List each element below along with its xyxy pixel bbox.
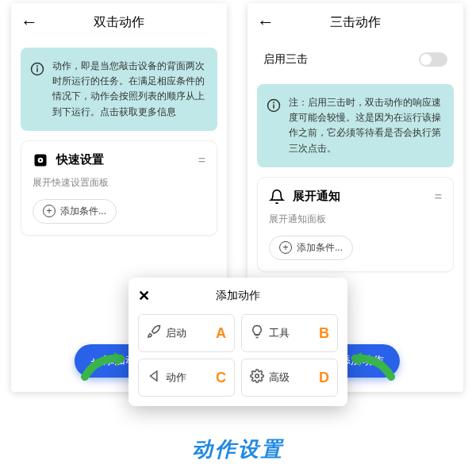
header: ← 双击动作 bbox=[11, 3, 227, 41]
rocket-icon bbox=[147, 324, 161, 342]
bell-icon bbox=[269, 189, 285, 205]
info-banner[interactable]: 动作，即是当您敲击设备的背面两次时所运行的任务。在满足相应条件的情况下，动作会按… bbox=[21, 48, 217, 131]
action-card[interactable]: 快速设置 = 展开快速设置面板 + 添加条件... bbox=[21, 140, 217, 236]
card-subtitle: 展开通知面板 bbox=[269, 213, 442, 226]
lightbulb-icon bbox=[250, 324, 264, 342]
add-condition-label: 添加条件... bbox=[60, 205, 106, 218]
dialog-title: 添加动作 bbox=[154, 289, 322, 303]
option-label: 高级 bbox=[269, 370, 290, 385]
arrow-left-icon bbox=[81, 349, 129, 381]
option-label: 动作 bbox=[166, 370, 186, 385]
settings-icon bbox=[33, 152, 48, 168]
dialog-option-tools[interactable]: 工具 B bbox=[241, 314, 338, 352]
toggle-row[interactable]: 启用三击 bbox=[248, 41, 463, 78]
info-text: 注：启用三击时，双击动作的响应速度可能会较慢。这是因为在运行该操作之前，它必须等… bbox=[289, 95, 444, 156]
gear-icon bbox=[250, 369, 264, 386]
option-label: 工具 bbox=[269, 326, 290, 340]
add-action-dialog: ✕ 添加动作 启动 A 工具 B 动作 C 高级 D bbox=[129, 278, 347, 406]
option-tag: B bbox=[319, 325, 329, 342]
back-button[interactable]: ← bbox=[21, 12, 40, 33]
dialog-option-actions[interactable]: 动作 C bbox=[138, 359, 235, 397]
add-condition-button[interactable]: + 添加条件... bbox=[33, 199, 117, 224]
footer-caption: 动作设置 bbox=[0, 435, 476, 463]
page-title: 三击动作 bbox=[276, 14, 435, 31]
close-button[interactable]: ✕ bbox=[138, 287, 154, 305]
page-title: 双击动作 bbox=[40, 14, 198, 31]
card-subtitle: 展开快速设置面板 bbox=[33, 176, 205, 190]
option-tag: D bbox=[319, 370, 329, 386]
svg-point-2 bbox=[37, 66, 38, 67]
drag-handle-icon[interactable]: = bbox=[435, 190, 442, 204]
action-card[interactable]: 展开通知 = 展开通知面板 + 添加条件... bbox=[257, 177, 454, 272]
toggle-switch[interactable] bbox=[419, 52, 447, 67]
option-tag: A bbox=[216, 325, 226, 342]
dialog-option-advanced[interactable]: 高级 D bbox=[241, 359, 338, 397]
toggle-label: 启用三击 bbox=[263, 52, 308, 67]
svg-point-9 bbox=[255, 374, 259, 378]
option-label: 启动 bbox=[166, 326, 186, 340]
back-button[interactable]: ← bbox=[257, 12, 276, 33]
drag-handle-icon[interactable]: = bbox=[198, 153, 205, 167]
svg-point-5 bbox=[40, 159, 42, 162]
info-icon bbox=[30, 62, 44, 79]
info-text: 动作，即是当您敲击设备的背面两次时所运行的任务。在满足相应条件的情况下，动作会按… bbox=[52, 59, 208, 120]
dialog-option-launch[interactable]: 启动 A bbox=[138, 314, 235, 352]
info-icon bbox=[267, 98, 281, 116]
card-title: 快速设置 bbox=[56, 152, 190, 167]
card-title: 展开通知 bbox=[293, 189, 427, 204]
info-banner[interactable]: 注：启用三击时，双击动作的响应速度可能会较慢。这是因为在运行该操作之前，它必须等… bbox=[257, 84, 454, 167]
plus-icon: + bbox=[43, 205, 56, 217]
arrow-right-icon bbox=[347, 349, 395, 381]
add-condition-label: 添加条件... bbox=[297, 241, 343, 255]
add-condition-button[interactable]: + 添加条件... bbox=[269, 236, 353, 260]
triangle-icon bbox=[147, 369, 161, 386]
plus-icon: + bbox=[279, 241, 292, 254]
option-tag: C bbox=[216, 370, 226, 386]
svg-point-8 bbox=[274, 102, 274, 103]
header: ← 三击动作 bbox=[248, 3, 463, 41]
